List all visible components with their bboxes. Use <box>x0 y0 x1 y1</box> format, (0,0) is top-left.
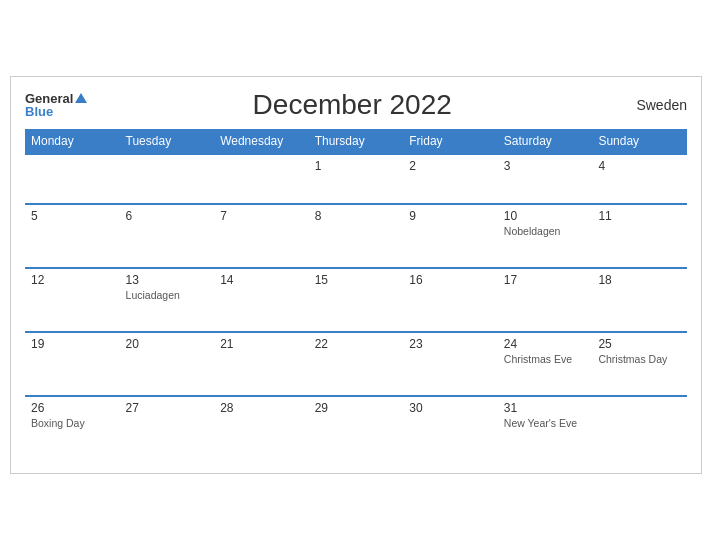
day-cell: 27 <box>120 396 215 459</box>
day-cell: 21 <box>214 332 309 396</box>
header-monday: Monday <box>25 129 120 154</box>
day-number: 20 <box>126 337 209 351</box>
day-number: 15 <box>315 273 398 287</box>
day-cell: 5 <box>25 204 120 268</box>
calendar-header: General Blue December 2022 Sweden <box>25 89 687 121</box>
day-cell: 22 <box>309 332 404 396</box>
day-cell <box>214 154 309 204</box>
day-number: 27 <box>126 401 209 415</box>
day-cell: 1 <box>309 154 404 204</box>
day-event: Christmas Day <box>598 353 681 365</box>
week-row-1: 1234 <box>25 154 687 204</box>
day-number: 24 <box>504 337 587 351</box>
logo-general-text: General <box>25 92 87 106</box>
day-number: 4 <box>598 159 681 173</box>
calendar-container: General Blue December 2022 Sweden Monday… <box>10 76 702 474</box>
day-cell: 17 <box>498 268 593 332</box>
day-cell: 2 <box>403 154 498 204</box>
day-number: 3 <box>504 159 587 173</box>
day-cell: 16 <box>403 268 498 332</box>
day-event: Christmas Eve <box>504 353 587 365</box>
header-friday: Friday <box>403 129 498 154</box>
day-number: 9 <box>409 209 492 223</box>
week-row-2: 5678910Nobeldagen11 <box>25 204 687 268</box>
calendar-thead: Monday Tuesday Wednesday Thursday Friday… <box>25 129 687 154</box>
day-cell: 15 <box>309 268 404 332</box>
day-cell: 4 <box>592 154 687 204</box>
day-number: 17 <box>504 273 587 287</box>
header-sunday: Sunday <box>592 129 687 154</box>
day-number: 22 <box>315 337 398 351</box>
calendar-grid: Monday Tuesday Wednesday Thursday Friday… <box>25 129 687 459</box>
calendar-title: December 2022 <box>87 89 617 121</box>
day-cell: 24Christmas Eve <box>498 332 593 396</box>
day-number: 11 <box>598 209 681 223</box>
day-cell: 14 <box>214 268 309 332</box>
day-number: 5 <box>31 209 114 223</box>
day-cell: 7 <box>214 204 309 268</box>
day-cell: 10Nobeldagen <box>498 204 593 268</box>
country-label: Sweden <box>617 97 687 113</box>
day-cell: 25Christmas Day <box>592 332 687 396</box>
day-cell <box>25 154 120 204</box>
header-wednesday: Wednesday <box>214 129 309 154</box>
day-cell: 9 <box>403 204 498 268</box>
day-number: 13 <box>126 273 209 287</box>
day-cell: 19 <box>25 332 120 396</box>
day-number: 28 <box>220 401 303 415</box>
week-row-5: 26Boxing Day2728293031New Year's Eve <box>25 396 687 459</box>
day-number: 26 <box>31 401 114 415</box>
day-cell: 23 <box>403 332 498 396</box>
day-number: 1 <box>315 159 398 173</box>
day-number: 7 <box>220 209 303 223</box>
day-cell: 18 <box>592 268 687 332</box>
header-tuesday: Tuesday <box>120 129 215 154</box>
day-event: Boxing Day <box>31 417 114 429</box>
day-number: 25 <box>598 337 681 351</box>
day-cell <box>120 154 215 204</box>
day-cell: 11 <box>592 204 687 268</box>
day-cell: 31New Year's Eve <box>498 396 593 459</box>
week-row-4: 192021222324Christmas Eve25Christmas Day <box>25 332 687 396</box>
day-event: Nobeldagen <box>504 225 587 237</box>
day-number: 19 <box>31 337 114 351</box>
week-row-3: 1213Luciadagen1415161718 <box>25 268 687 332</box>
day-number: 12 <box>31 273 114 287</box>
day-number: 18 <box>598 273 681 287</box>
day-cell: 3 <box>498 154 593 204</box>
day-number: 8 <box>315 209 398 223</box>
day-cell: 8 <box>309 204 404 268</box>
day-number: 14 <box>220 273 303 287</box>
day-cell: 29 <box>309 396 404 459</box>
header-thursday: Thursday <box>309 129 404 154</box>
day-cell: 12 <box>25 268 120 332</box>
day-number: 30 <box>409 401 492 415</box>
day-number: 23 <box>409 337 492 351</box>
logo: General Blue <box>25 92 87 119</box>
day-cell: 20 <box>120 332 215 396</box>
day-event: Luciadagen <box>126 289 209 301</box>
header-saturday: Saturday <box>498 129 593 154</box>
day-number: 6 <box>126 209 209 223</box>
day-number: 10 <box>504 209 587 223</box>
weekday-header-row: Monday Tuesday Wednesday Thursday Friday… <box>25 129 687 154</box>
logo-text-block: General Blue <box>25 92 87 119</box>
day-cell <box>592 396 687 459</box>
day-number: 16 <box>409 273 492 287</box>
day-cell: 30 <box>403 396 498 459</box>
day-cell: 28 <box>214 396 309 459</box>
day-cell: 26Boxing Day <box>25 396 120 459</box>
logo-blue-text: Blue <box>25 105 87 118</box>
day-number: 21 <box>220 337 303 351</box>
day-cell: 6 <box>120 204 215 268</box>
day-number: 29 <box>315 401 398 415</box>
day-number: 31 <box>504 401 587 415</box>
day-cell: 13Luciadagen <box>120 268 215 332</box>
day-event: New Year's Eve <box>504 417 587 429</box>
day-number: 2 <box>409 159 492 173</box>
calendar-body: 12345678910Nobeldagen111213Luciadagen141… <box>25 154 687 459</box>
